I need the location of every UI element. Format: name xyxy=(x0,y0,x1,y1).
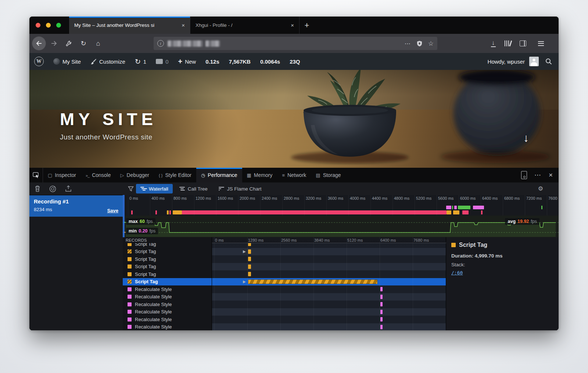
devtools-tab-debugger[interactable]: Debugger xyxy=(116,168,154,182)
expand-triangle-icon[interactable]: ▶ xyxy=(243,280,246,284)
style-marker-icon xyxy=(128,310,132,314)
record-label: Script Tag xyxy=(135,264,156,269)
style-marker-icon xyxy=(128,287,132,291)
bookmark-star-icon[interactable]: ☆ xyxy=(428,40,434,47)
expand-triangle-icon[interactable]: ▶ xyxy=(243,250,246,253)
record-row[interactable]: Script Tag xyxy=(123,255,212,263)
qm-query-count-metric[interactable]: 23Q xyxy=(285,53,305,70)
responsive-design-mode-icon[interactable] xyxy=(521,171,527,179)
recording-item[interactable]: Recording #1 8234 ms Save xyxy=(29,195,123,217)
save-recording-link[interactable]: Save xyxy=(107,208,118,213)
devtools-tab-storage[interactable]: Storage xyxy=(311,168,345,182)
reload-button[interactable]: ↻ xyxy=(77,37,90,50)
comments-menu[interactable]: 0 xyxy=(151,53,173,70)
overview-gridline xyxy=(260,195,261,216)
devtools-more-icon[interactable]: ⋯ xyxy=(534,171,541,179)
downloads-button[interactable]: ↓ xyxy=(491,40,496,47)
page-info-icon[interactable]: i xyxy=(157,40,164,47)
style-marker-bar[interactable] xyxy=(380,287,383,291)
overview-selection-handle[interactable] xyxy=(123,195,125,237)
performance-settings-gear-icon[interactable]: ⚙ xyxy=(538,185,543,192)
script-marker-bar[interactable] xyxy=(248,272,251,276)
devtools-tab-memory[interactable]: Memory xyxy=(242,168,277,182)
record-row[interactable]: Script Tag xyxy=(123,278,212,286)
close-window-button[interactable] xyxy=(36,23,40,28)
wp-logo-menu[interactable]: W xyxy=(29,53,49,70)
style-marker-bar[interactable] xyxy=(380,325,383,329)
wrench-button[interactable] xyxy=(62,37,75,50)
qm-memory-metric[interactable]: 7,567KB xyxy=(224,53,255,70)
style-marker-bar[interactable] xyxy=(380,302,383,306)
customize-link[interactable]: Customize xyxy=(86,53,130,70)
record-label: Recalculate Style xyxy=(135,302,172,307)
devtools-tab-performance[interactable]: Performance xyxy=(196,168,242,182)
devtools-tab-style-editor[interactable]: Style Editor xyxy=(154,168,196,182)
menu-button[interactable] xyxy=(538,41,544,46)
record-row[interactable]: Script Tag xyxy=(123,263,212,271)
devtools-close-icon[interactable]: × xyxy=(549,171,553,179)
overview-tick-label: 6000 ms xyxy=(460,196,476,200)
zoom-window-button[interactable] xyxy=(56,23,61,28)
filter-funnel-icon[interactable] xyxy=(128,186,134,192)
wp-admin-bar: W My Site Customize ↻ 1 0 + New 0.12s 7,… xyxy=(29,53,559,70)
record-row[interactable]: Script Tag xyxy=(123,248,212,256)
url-bar[interactable]: i ⋯ ☆ xyxy=(154,37,437,50)
browser-tab-xhgui[interactable]: Xhgui - Profile - / × xyxy=(190,17,299,34)
script-marker-bar[interactable] xyxy=(248,243,251,246)
waterfall-timeline[interactable]: 0 ms1280 ms2560 ms3840 ms5120 ms6400 ms7… xyxy=(212,237,446,330)
script-marker-bar[interactable] xyxy=(248,257,251,261)
record-row[interactable]: Recalculate Style xyxy=(123,308,212,316)
timeline-overview[interactable]: 0 ms400 ms800 ms1200 ms1600 ms2000 ms240… xyxy=(123,195,559,216)
stack-frame-link[interactable]: /:60 xyxy=(451,270,463,276)
page-actions-icon[interactable]: ⋯ xyxy=(405,40,411,47)
style-marker-bar[interactable] xyxy=(380,310,383,314)
browser-tab-mysite[interactable]: My Site – Just another WordPress si × xyxy=(69,17,190,34)
qm-query-time-metric[interactable]: 0.0064s xyxy=(255,53,285,70)
tab-close-icon[interactable]: × xyxy=(289,22,295,28)
devtools-tab-label: Inspector xyxy=(55,172,76,178)
script-marker-bar[interactable] xyxy=(248,249,251,254)
tab-close-icon[interactable]: × xyxy=(180,22,186,28)
style-marker-bar[interactable] xyxy=(380,295,383,299)
devtools-tab-console[interactable]: Console xyxy=(81,168,116,182)
back-button[interactable] xyxy=(32,37,46,50)
record-row[interactable]: Recalculate Style xyxy=(123,323,212,331)
element-picker-button[interactable] xyxy=(29,168,43,182)
record-row[interactable]: Script Tag xyxy=(123,270,212,278)
library-button[interactable] xyxy=(505,40,511,46)
record-row[interactable]: Recalculate Style xyxy=(123,293,212,301)
my-site-menu[interactable]: My Site xyxy=(49,53,86,70)
user-avatar[interactable] xyxy=(529,57,539,66)
record-row[interactable]: Recalculate Style xyxy=(123,316,212,323)
record-row[interactable]: Recalculate Style xyxy=(123,301,212,308)
qm-time-metric[interactable]: 0.12s xyxy=(201,53,224,70)
style-marker-bar[interactable] xyxy=(380,317,383,322)
scroll-down-arrow[interactable]: ↓ xyxy=(523,132,529,144)
duration-label: Duration: xyxy=(451,253,473,259)
minimize-window-button[interactable] xyxy=(46,23,51,28)
updates-menu[interactable]: ↻ 1 xyxy=(130,53,151,70)
home-button[interactable]: ⌂ xyxy=(92,37,104,50)
new-tab-button[interactable]: + xyxy=(299,17,314,34)
devtools-tab-network[interactable]: Network xyxy=(277,168,311,182)
view-waterfall-button[interactable]: Waterfall xyxy=(136,184,173,193)
view-call-tree-button[interactable]: Call Tree xyxy=(175,184,212,193)
record-row[interactable]: Script Tag xyxy=(123,243,212,248)
clear-recordings-trash-icon[interactable] xyxy=(35,185,40,192)
search-icon[interactable] xyxy=(545,58,552,65)
record-performance-icon[interactable] xyxy=(49,185,56,192)
tracking-shield-icon[interactable] xyxy=(417,40,422,47)
script-marker-bar[interactable] xyxy=(248,264,251,269)
new-content-menu[interactable]: + New xyxy=(173,53,201,70)
forward-button[interactable] xyxy=(48,37,60,50)
script-marker-bar[interactable] xyxy=(248,280,377,284)
overview-tick-label: 3200 ms xyxy=(306,196,321,200)
sidebar-toggle-button[interactable] xyxy=(520,40,526,46)
record-row[interactable]: Recalculate Style xyxy=(123,285,212,293)
devtools-tab-inspector[interactable]: Inspector xyxy=(43,168,81,182)
view-js-flame-chart-button[interactable]: JS Flame Chart xyxy=(214,184,266,193)
timeline-gridline xyxy=(214,237,215,330)
howdy-user-label[interactable]: Howdy, wpuser xyxy=(488,58,525,65)
import-recording-icon[interactable] xyxy=(65,185,72,192)
overview-segment-style xyxy=(454,206,457,209)
